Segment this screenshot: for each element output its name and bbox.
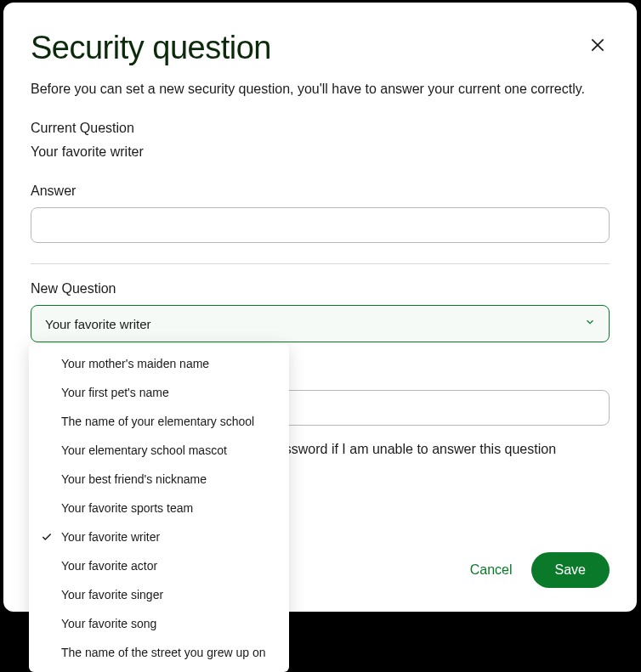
dropdown-option[interactable]: Your favorite song [29,609,289,638]
dropdown-option[interactable]: Your favorite singer [29,580,289,609]
dropdown-option[interactable]: Your favorite sports team [29,494,289,522]
modal-description: Before you can set a new security questi… [31,82,610,97]
answer-input[interactable] [31,207,610,243]
new-question-selected-value: Your favorite writer [45,317,151,331]
dropdown-option-label: Your mother's maiden name [61,357,209,370]
dropdown-option-label: Your favorite sports team [61,501,193,515]
check-icon [41,531,61,543]
dropdown-option-label: Your favorite singer [61,588,163,601]
save-button[interactable]: Save [531,552,610,588]
cancel-button[interactable]: Cancel [463,554,519,586]
dropdown-option[interactable]: Your first pet's name [29,378,289,407]
new-question-select[interactable]: Your favorite writer [31,305,610,342]
dropdown-option-label: Your best friend's nickname [61,472,207,486]
new-question-dropdown[interactable]: Your mother's maiden nameYour first pet'… [29,344,289,672]
dropdown-option[interactable]: Your favorite actor [29,551,289,580]
answer-label: Answer [31,184,610,199]
dropdown-option[interactable]: Your mother's maiden name [29,349,289,378]
dropdown-option-label: Your favorite actor [61,559,157,573]
dropdown-option-label: Your favorite song [61,617,156,630]
dropdown-option[interactable]: Your best friend's nickname [29,465,289,494]
dropdown-option[interactable]: Your elementary school mascot [29,436,289,465]
current-question-value: Your favorite writer [31,144,610,160]
dropdown-option-label: The name of the street you grew up on [61,646,265,659]
dropdown-option-label: Your first pet's name [61,386,169,399]
new-question-label: New Question [31,281,610,296]
dropdown-option[interactable]: Your favorite writer [29,522,289,551]
dropdown-option-label: Your favorite writer [61,530,160,544]
dropdown-option-label: Your elementary school mascot [61,443,227,457]
dropdown-option[interactable]: The name of your elementary school [29,407,289,436]
close-icon [589,43,606,56]
dropdown-option[interactable]: The name of the street you grew up on [29,638,289,667]
dropdown-option-label: The name of your elementary school [61,415,254,428]
close-button[interactable] [586,33,610,59]
divider [31,263,610,264]
current-question-label: Current Question [31,121,610,136]
modal-title: Security question [31,30,610,66]
